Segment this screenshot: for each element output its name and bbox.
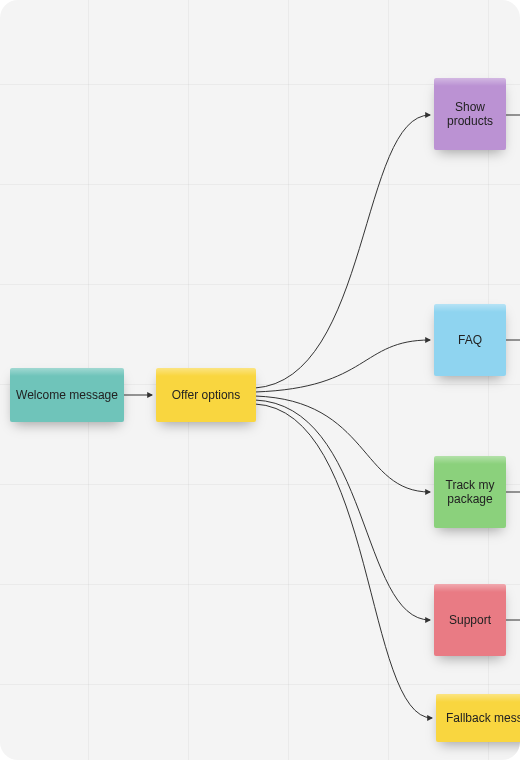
node-label: Fallback message (446, 711, 520, 725)
node-fallback-message[interactable]: Fallback message (436, 694, 520, 742)
node-label: Offer options (172, 388, 240, 402)
node-label: Show products (440, 100, 500, 128)
node-track-my-package[interactable]: Track my package (434, 456, 506, 528)
node-label: FAQ (458, 333, 482, 347)
node-welcome-message[interactable]: Welcome message (10, 368, 124, 422)
node-support[interactable]: Support (434, 584, 506, 656)
flowchart-canvas[interactable]: Welcome message Offer options Show produ… (0, 0, 520, 760)
node-faq[interactable]: FAQ (434, 304, 506, 376)
node-label: Support (449, 613, 491, 627)
node-label: Track my package (440, 478, 500, 506)
node-offer-options[interactable]: Offer options (156, 368, 256, 422)
node-show-products[interactable]: Show products (434, 78, 506, 150)
node-label: Welcome message (16, 388, 118, 402)
